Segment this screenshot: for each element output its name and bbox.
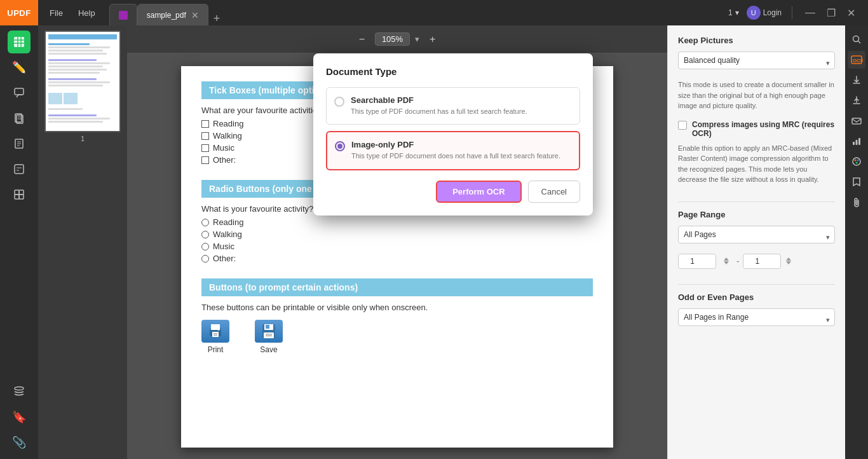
radio-icon[interactable] [201, 231, 209, 238]
left-sidebar: ✏️ [0, 25, 38, 459]
rightbar-share-icon[interactable] [848, 92, 865, 109]
sidebar-icon-pages[interactable] [8, 107, 31, 130]
menu-bar: File Help [38, 0, 107, 25]
rightbar-color-icon[interactable] [848, 153, 865, 170]
rightbar-email-icon[interactable] [848, 112, 865, 130]
close-button[interactable]: ✕ [844, 7, 858, 19]
searchable-pdf-content: Searchable PDF This type of PDF document… [351, 95, 527, 116]
svg-rect-14 [15, 165, 24, 174]
searchable-pdf-radio[interactable] [334, 97, 344, 107]
sidebar-icon-form[interactable] [8, 158, 31, 181]
odd-even-dropdown[interactable]: All Pages in Range Odd Pages Only Even P… [678, 308, 835, 326]
new-tab-button[interactable]: + [208, 12, 226, 25]
maximize-button[interactable]: ❐ [824, 7, 838, 19]
perform-ocr-button[interactable]: Perform OCR [436, 181, 521, 203]
login-button[interactable]: U Login [747, 6, 782, 20]
svg-text:OCR: OCR [853, 58, 863, 64]
zoom-dropdown-icon[interactable]: ▾ [415, 34, 419, 44]
radio-icon[interactable] [201, 255, 209, 263]
keep-pictures-title: Keep Pictures [678, 36, 835, 45]
comments-icon [13, 87, 25, 99]
sidebar-icon-bookmark[interactable]: 🔖 [8, 406, 31, 428]
sidebar-icon-attachment[interactable]: 📎 [8, 431, 31, 454]
range-down-arrow[interactable] [724, 261, 729, 264]
menu-help[interactable]: Help [72, 6, 102, 20]
page-counter[interactable]: 1 ▾ [728, 8, 739, 17]
ocr-dialog-buttons: Perform OCR Cancel [326, 181, 580, 203]
searchable-pdf-desc: This type of PDF document has a full tex… [351, 107, 527, 116]
spinner-up-down[interactable] [720, 255, 733, 267]
spinner2-up-down[interactable] [786, 257, 791, 264]
svg-rect-20 [19, 195, 24, 199]
main-layout: ✏️ [0, 25, 868, 459]
svg-rect-0 [14, 37, 24, 47]
right-iconbar: OCR [845, 25, 868, 459]
rightbar-chart-icon[interactable] [848, 132, 865, 150]
svg-point-43 [855, 160, 857, 161]
svg-point-27 [218, 329, 219, 331]
minimize-button[interactable]: — [803, 7, 818, 19]
sidebar-icon-spreadsheet[interactable] [8, 31, 31, 53]
email-icon [851, 116, 862, 126]
radio-icon[interactable] [201, 243, 209, 250]
divider-2 [678, 284, 835, 285]
mrc-label-content: Compress images using MRC (requires OCR) [692, 120, 835, 138]
user-avatar: U [747, 6, 761, 20]
searchable-pdf-option[interactable]: Searchable PDF This type of PDF document… [326, 87, 580, 125]
tab-sample-pdf[interactable]: sample_pdf ✕ [137, 4, 208, 25]
mrc-checkbox[interactable] [678, 121, 687, 130]
svg-point-42 [853, 158, 860, 165]
image-only-pdf-label: Image-only PDF [351, 140, 560, 149]
titlebar-right: 1 ▾ U Login — ❐ ✕ [728, 6, 868, 20]
sidebar-icon-edit[interactable]: ✏️ [8, 56, 31, 79]
image-only-pdf-option[interactable]: Image-only PDF This type of PDF document… [326, 131, 580, 170]
svg-rect-26 [214, 335, 217, 336]
cancel-button[interactable]: Cancel [528, 181, 580, 203]
save-btn-icon [255, 320, 283, 343]
range-end-input[interactable] [743, 254, 781, 269]
rightbar-search-icon[interactable] [848, 31, 865, 48]
spreadsheet-icon [13, 36, 25, 48]
rightbar-bookmark-icon[interactable] [848, 173, 865, 191]
svg-rect-38 [852, 118, 861, 124]
svg-rect-30 [266, 325, 269, 329]
radio-other: Other: [201, 254, 593, 263]
radio-icon[interactable] [201, 219, 209, 226]
save-btn-container: Save [255, 320, 283, 354]
range-up-arrow[interactable] [724, 257, 729, 261]
sidebar-icon-stack[interactable] [8, 380, 31, 403]
sidebar-icon-document[interactable] [8, 132, 31, 155]
page-range-inputs: - [678, 254, 835, 269]
range2-down-arrow[interactable] [786, 261, 791, 264]
tab-close-button[interactable]: ✕ [191, 11, 199, 20]
checkbox-icon[interactable] [201, 156, 209, 164]
zoom-in-button[interactable]: + [424, 31, 440, 48]
rightbar-ocr-icon[interactable]: OCR [848, 51, 865, 69]
thumbnail-page-1[interactable]: 1 [44, 31, 121, 142]
zoom-out-button[interactable]: − [354, 31, 370, 48]
all-pages-dropdown[interactable]: All Pages Custom Range [678, 226, 835, 243]
rightbar-download-icon[interactable] [848, 71, 865, 89]
document-icon [13, 138, 25, 149]
page-range-title: Page Range [678, 210, 835, 219]
quality-dropdown[interactable]: Balanced quality High quality Low qualit… [678, 51, 835, 69]
tab-blank[interactable] [109, 4, 137, 25]
checkbox-icon[interactable] [201, 144, 209, 152]
ocr-dialog-overlay: Document Type Searchable PDF This type o… [313, 53, 593, 216]
svg-rect-17 [15, 190, 19, 195]
range-start-input[interactable] [678, 254, 716, 269]
sidebar-icon-protect[interactable] [8, 183, 31, 206]
zoom-level-input[interactable] [375, 32, 410, 46]
svg-point-21 [15, 387, 24, 390]
login-label: Login [763, 8, 782, 17]
checkbox-icon[interactable] [201, 120, 209, 128]
rightbar-attachment-icon[interactable] [848, 193, 865, 211]
svg-rect-40 [856, 140, 858, 145]
image-only-pdf-radio[interactable] [335, 141, 345, 151]
checkbox-icon[interactable] [201, 132, 209, 140]
sidebar-icon-comments[interactable] [8, 81, 31, 104]
print-btn-icon [201, 320, 229, 343]
menu-file[interactable]: File [43, 6, 69, 20]
mrc-checkbox-row: Compress images using MRC (requires OCR) [678, 120, 835, 138]
range2-up-arrow[interactable] [786, 257, 791, 261]
